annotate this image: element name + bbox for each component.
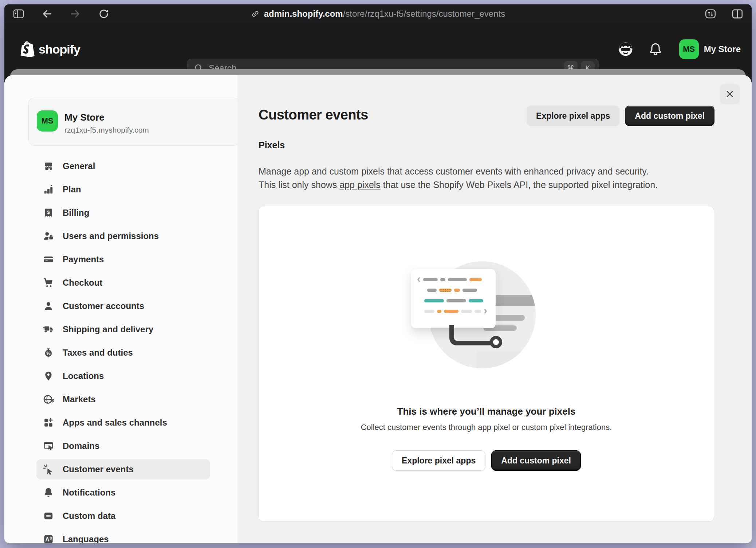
sidebar-item-label: Customer accounts [63, 301, 144, 311]
customer-accounts-icon [43, 301, 54, 312]
shopify-bag-icon [20, 40, 36, 58]
svg-text:$: $ [47, 210, 50, 215]
close-icon [725, 89, 735, 99]
sidebar-item-label: Billing [63, 208, 89, 218]
pixels-description: Manage app and custom pixels that access… [259, 165, 732, 192]
sidebar-toggle-icon[interactable] [12, 8, 25, 20]
admin-header: shopify Search ⌘ K [4, 23, 752, 75]
sidebar-item-label: Apps and sales channels [63, 418, 167, 428]
add-custom-pixel-button[interactable]: Add custom pixel [625, 106, 714, 126]
sidebar-item-customer-accounts[interactable]: Customer accounts [36, 296, 210, 316]
sidebar-item-users[interactable]: Users and permissions [36, 226, 210, 246]
sidebar-item-label: Domains [63, 441, 99, 451]
back-icon[interactable] [41, 8, 53, 20]
close-button[interactable] [720, 84, 740, 104]
taxes-icon: % [43, 347, 54, 358]
svg-text:$: $ [51, 398, 54, 403]
account-label[interactable]: My Store [704, 44, 741, 54]
general-icon [43, 161, 54, 172]
empty-state-heading: This is where you’ll manage your pixels [259, 406, 714, 417]
sidebar-item-label: Users and permissions [63, 231, 159, 241]
sidebar-item-label: Plan [63, 184, 81, 195]
desktop: { "browser": { "toolbar": { "icons": ["s… [0, 0, 756, 548]
sidebar-item-languages[interactable]: ALanguages [36, 529, 210, 543]
store-domain: rzq1xu-f5.myshopify.com [64, 126, 149, 134]
sidebar-item-label: Shipping and delivery [63, 324, 153, 334]
settings-sidebar: MS My Store rzq1xu-f5.myshopify.com Gene… [4, 75, 237, 543]
explore-pixel-apps-button[interactable]: Explore pixel apps [527, 106, 619, 126]
shopify-wordmark: shopify [39, 42, 80, 56]
sidebar-item-label: Notifications [63, 488, 115, 498]
account-avatar[interactable]: MS [679, 39, 699, 59]
sidebar-item-label: Languages [63, 534, 109, 543]
store-name: My Store [64, 112, 105, 123]
sidebar-item-label: Customer events [63, 464, 134, 474]
markets-icon: $ [43, 394, 54, 405]
code-snippet-illustration: ‹ › [411, 269, 496, 328]
billing-icon: $ [43, 207, 54, 218]
empty-add-custom-pixel-button[interactable]: Add custom pixel [491, 450, 581, 471]
svg-text:%: % [46, 351, 50, 356]
split-view-icon[interactable] [731, 8, 744, 20]
users-icon [43, 231, 54, 242]
page-title: Customer events [259, 107, 368, 123]
sidebar-item-notifications[interactable]: Notifications [36, 482, 210, 503]
connector-node [490, 336, 502, 348]
checkout-icon [43, 277, 54, 288]
svg-text:A: A [45, 536, 49, 543]
customer-events-icon [43, 464, 54, 475]
sidebar-item-label: Markets [63, 394, 96, 404]
sidebar-item-shipping[interactable]: Shipping and delivery [36, 319, 210, 340]
sidebar-item-plan[interactable]: Plan [36, 179, 210, 200]
sidebar-item-label: Checkout [63, 278, 102, 288]
empty-explore-pixel-apps-button[interactable]: Explore pixel apps [392, 450, 485, 471]
reload-icon[interactable] [98, 8, 110, 20]
sidebar-item-general[interactable]: General [36, 156, 210, 176]
link-icon [251, 9, 260, 18]
url-host: admin.shopify.com [264, 9, 343, 19]
apps-icon [43, 417, 54, 428]
sidebar-item-checkout[interactable]: Checkout [36, 273, 210, 293]
sidebar-item-markets[interactable]: $Markets [36, 389, 210, 410]
custom-data-icon [43, 510, 54, 521]
pixels-empty-state-card: ‹ › This is where you’ll manage your pix… [259, 206, 714, 522]
sidekick-button[interactable] [617, 41, 634, 58]
sidebar-item-taxes[interactable]: %Taxes and duties [36, 342, 210, 363]
sidebar-item-payments[interactable]: Payments [36, 249, 210, 270]
sidebar-item-locations[interactable]: Locations [36, 366, 210, 386]
sidekick-icon [618, 41, 634, 57]
browser-toolbar: admin.shopify.com/store/rzq1xu-f5/settin… [4, 4, 752, 23]
browser-window: admin.shopify.com/store/rzq1xu-f5/settin… [4, 4, 752, 543]
sidebar-item-label: Taxes and duties [63, 348, 133, 358]
bell-icon [649, 42, 662, 56]
sidebar-item-custom-data[interactable]: Custom data [36, 506, 210, 526]
sidebar-item-label: Custom data [63, 511, 115, 521]
sidebar-item-label: Payments [63, 254, 104, 265]
sidebar-item-domains[interactable]: Domains [36, 436, 210, 456]
shortcuts-icon[interactable] [704, 8, 717, 20]
store-card: MS My Store rzq1xu-f5.myshopify.com [28, 98, 240, 146]
url-path: /store/rzq1xu-f5/settings/customer_event… [343, 9, 505, 19]
settings-main: Customer events Explore pixel apps Add c… [237, 75, 752, 543]
settings-nav: GeneralPlan$BillingUsers and permissions… [4, 156, 237, 543]
illustration-rect [477, 351, 524, 368]
sidebar-item-apps[interactable]: Apps and sales channels [36, 412, 210, 433]
sidebar-item-customer-events[interactable]: Customer events [36, 459, 210, 480]
sidebar-item-label: Locations [63, 371, 104, 381]
app-pixels-link[interactable]: app pixels [339, 180, 381, 190]
settings-modal: MS My Store rzq1xu-f5.myshopify.com Gene… [4, 75, 752, 543]
notifications-button[interactable] [647, 41, 664, 58]
connector-line [449, 325, 492, 345]
domains-icon [43, 441, 54, 451]
forward-icon[interactable] [69, 8, 82, 20]
locations-icon [43, 371, 54, 381]
shipping-icon [43, 324, 54, 335]
plan-icon [43, 184, 54, 195]
sidebar-item-label: General [63, 161, 95, 171]
sidebar-item-billing[interactable]: $Billing [36, 203, 210, 223]
shopify-logo: shopify [20, 40, 80, 58]
store-avatar: MS [37, 110, 58, 132]
payments-icon [43, 254, 54, 265]
address-bar[interactable]: admin.shopify.com/store/rzq1xu-f5/settin… [4, 4, 752, 23]
empty-state-subtext: Collect customer events through app pixe… [259, 423, 714, 432]
